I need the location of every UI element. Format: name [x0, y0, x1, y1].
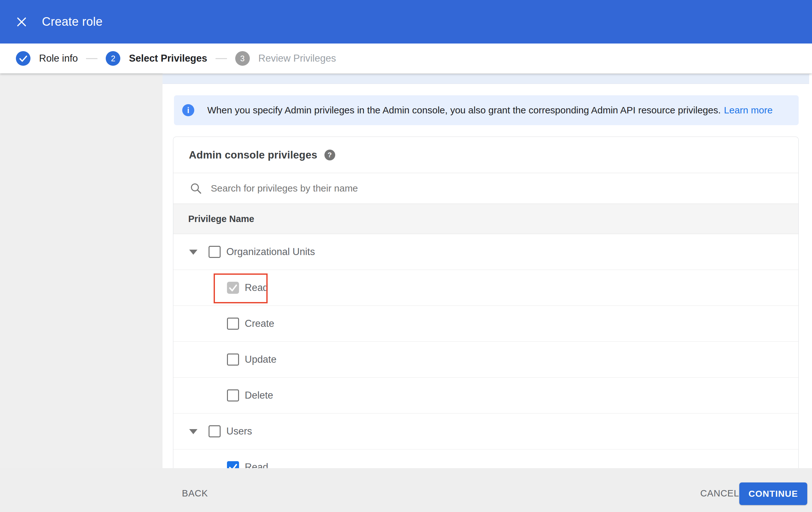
dialog-title: Create role: [42, 0, 103, 44]
checkbox-organizational-units[interactable]: [208, 246, 221, 258]
privilege-label: Organizational Units: [226, 246, 315, 258]
search-input[interactable]: [211, 183, 687, 194]
step-number-badge: 2: [106, 51, 120, 66]
checkbox-users[interactable]: [208, 425, 221, 437]
step-role-info[interactable]: Role info: [16, 51, 78, 66]
step-separator: [86, 58, 97, 59]
info-banner: i When you specify Admin privileges in t…: [174, 95, 799, 125]
step-review-privileges[interactable]: 3 Review Privileges: [235, 51, 336, 66]
privilege-row-read: Read: [173, 270, 799, 306]
info-icon: i: [182, 104, 194, 116]
column-header-label: Privilege Name: [188, 214, 254, 224]
privilege-label: Read: [245, 282, 268, 294]
checkbox-create[interactable]: [227, 318, 239, 330]
dialog-header: Create role: [0, 0, 812, 44]
card-heading: Admin console privileges ?: [173, 137, 799, 173]
checkbox-delete[interactable]: [227, 389, 239, 402]
search-icon: [190, 183, 202, 194]
privilege-label: Create: [245, 318, 274, 329]
card-title: Admin console privileges: [189, 149, 317, 161]
checkbox-update[interactable]: [227, 353, 239, 366]
cancel-button[interactable]: CANCEL: [700, 488, 739, 498]
privilege-row-organizational-units: Organizational Units: [173, 234, 799, 270]
continue-button[interactable]: CONTINUE: [739, 482, 807, 505]
help-icon[interactable]: ?: [324, 150, 335, 160]
step-label: Role info: [39, 53, 78, 64]
privilege-row-delete: Delete: [173, 378, 799, 413]
step-label: Review Privileges: [258, 53, 336, 64]
privileges-search-row: [173, 173, 799, 204]
step-separator: [215, 58, 227, 59]
content-area: i When you specify Admin privileges in t…: [0, 73, 812, 468]
privilege-label: Read: [245, 461, 268, 468]
privilege-label: Update: [245, 354, 277, 365]
learn-more-link[interactable]: Learn more: [724, 105, 773, 116]
step-select-privileges[interactable]: 2 Select Privileges: [106, 51, 207, 66]
admin-privileges-card: Admin console privileges ? Privilege Nam…: [173, 137, 799, 468]
step-number-badge: 3: [235, 51, 250, 66]
privilege-row-users: Users: [173, 413, 799, 450]
privilege-label: Delete: [245, 390, 273, 401]
info-banner-text: When you specify Admin privileges in the…: [207, 105, 721, 116]
left-sidebar: [0, 73, 163, 468]
table-column-header: Privilege Name: [173, 204, 799, 234]
close-icon: [16, 17, 27, 27]
step-completed-check-icon: [16, 51, 30, 66]
checkmark-icon: [227, 461, 239, 468]
privilege-row-users-read: Read: [173, 450, 799, 468]
footer-bar: BACK CANCEL CONTINUE: [0, 468, 812, 512]
back-button[interactable]: BACK: [182, 488, 208, 498]
privilege-row-update: Update: [173, 342, 799, 378]
close-button[interactable]: [14, 0, 29, 44]
privilege-label: Users: [226, 426, 252, 437]
checkbox-users-read-checked[interactable]: [227, 461, 239, 468]
privilege-row-create: Create: [173, 306, 799, 342]
expander-triangle-down-icon[interactable]: [189, 250, 198, 255]
step-label: Select Privileges: [129, 53, 207, 64]
checkmark-icon: [227, 282, 239, 294]
expander-triangle-down-icon[interactable]: [189, 429, 198, 434]
stepper: Role info 2 Select Privileges 3 Review P…: [0, 44, 812, 73]
scrolled-content-strip: [163, 74, 809, 84]
checkbox-read-checked[interactable]: [227, 282, 239, 294]
